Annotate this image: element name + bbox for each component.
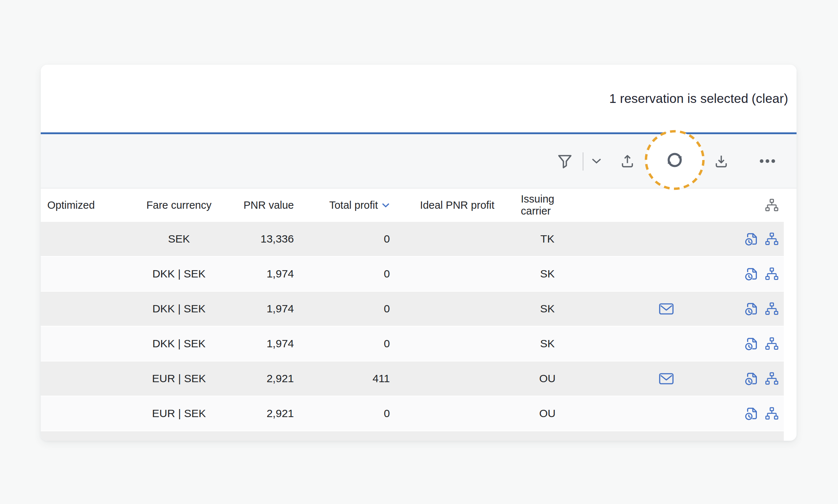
cell-issuing-carrier: TK <box>521 222 574 256</box>
table-row[interactable]: DKK | SEK 1,974 0 SK <box>41 292 784 327</box>
column-header-pnr-value[interactable]: PNR value <box>234 188 295 222</box>
cell-mail <box>574 257 743 291</box>
clear-selection-link[interactable]: (clear) <box>751 91 788 106</box>
cell-ideal-pnr-profit <box>394 327 521 361</box>
table-row[interactable]: EUR | SEK 2,921 411 OU <box>41 361 784 396</box>
partial-row <box>41 431 784 441</box>
mail-icon[interactable] <box>659 373 674 385</box>
cell-actions <box>743 396 784 431</box>
cell-actions <box>743 222 784 256</box>
cell-actions <box>743 361 784 396</box>
upload-icon[interactable] <box>619 153 636 169</box>
chevron-down-icon[interactable] <box>591 158 602 164</box>
reservations-table-card: 1 reservation is selected (clear) <box>41 65 797 441</box>
table-row[interactable]: EUR | SEK 2,921 0 OU <box>41 396 784 431</box>
cell-mail <box>574 361 743 396</box>
selection-bar: 1 reservation is selected (clear) <box>41 65 797 132</box>
cell-ideal-pnr-profit <box>394 396 521 431</box>
cell-issuing-carrier: SK <box>521 327 574 361</box>
cell-actions <box>743 327 784 361</box>
cell-total-profit: 0 <box>295 396 394 431</box>
column-header-ideal-pnr-profit[interactable]: Ideal PNR profit <box>394 188 521 222</box>
document-history-icon[interactable] <box>744 231 759 247</box>
cell-fare-currency: DKK | SEK <box>124 327 234 361</box>
cell-mail <box>574 327 743 361</box>
refresh-highlight-circle <box>644 129 705 191</box>
hierarchy-icon[interactable] <box>765 232 779 246</box>
cell-issuing-carrier: OU <box>521 361 574 396</box>
toolbar-divider <box>583 152 583 171</box>
cell-issuing-carrier: SK <box>521 257 574 291</box>
table-row[interactable]: SEK 13,336 0 TK <box>41 222 784 257</box>
cell-total-profit: 0 <box>295 222 394 256</box>
download-icon[interactable] <box>713 153 730 169</box>
hierarchy-icon[interactable] <box>765 302 779 316</box>
cell-optimized <box>41 327 124 361</box>
cell-pnr-value: 1,974 <box>234 292 295 326</box>
cell-ideal-pnr-profit <box>394 222 521 256</box>
cell-pnr-value: 2,921 <box>234 396 295 431</box>
cell-actions <box>743 257 784 291</box>
cell-pnr-value: 2,921 <box>234 361 295 396</box>
cell-total-profit: 0 <box>295 292 394 326</box>
cell-pnr-value: 13,336 <box>234 222 295 256</box>
refresh-icon[interactable] <box>664 149 685 171</box>
cell-fare-currency: DKK | SEK <box>124 257 234 291</box>
hierarchy-icon[interactable] <box>765 337 779 351</box>
cell-ideal-pnr-profit <box>394 361 521 396</box>
mail-icon[interactable] <box>659 303 674 315</box>
table-body: SEK 13,336 0 TK <box>41 222 797 431</box>
more-options-icon[interactable] <box>759 159 775 163</box>
cell-ideal-pnr-profit <box>394 257 521 291</box>
cell-fare-currency: EUR | SEK <box>124 361 234 396</box>
table-row[interactable]: DKK | SEK 1,974 0 SK <box>41 327 784 361</box>
cell-pnr-value: 1,974 <box>234 257 295 291</box>
column-header-fare-currency[interactable]: Fare currency <box>124 188 234 222</box>
cell-issuing-carrier: SK <box>521 292 574 326</box>
column-header-mail <box>574 188 743 222</box>
cell-pnr-value: 1,974 <box>234 327 295 361</box>
hierarchy-icon[interactable] <box>765 372 779 385</box>
cell-optimized <box>41 257 124 291</box>
cell-mail <box>574 396 743 431</box>
document-history-icon[interactable] <box>744 371 759 386</box>
table-header-row: Optimized Fare currency PNR value Total … <box>41 188 784 222</box>
selection-text: 1 reservation is selected <box>609 91 748 106</box>
cell-ideal-pnr-profit <box>394 292 521 326</box>
cell-total-profit: 0 <box>295 327 394 361</box>
filter-icon[interactable] <box>556 153 573 169</box>
cell-total-profit: 0 <box>295 257 394 291</box>
column-header-issuing-carrier[interactable]: Issuing carrier <box>521 188 574 222</box>
column-header-total-profit[interactable]: Total profit <box>295 188 394 222</box>
column-header-optimized[interactable]: Optimized <box>41 188 124 222</box>
cell-mail <box>574 222 743 256</box>
cell-fare-currency: SEK <box>124 222 234 256</box>
hierarchy-icon[interactable] <box>765 407 779 420</box>
document-history-icon[interactable] <box>744 266 759 281</box>
cell-actions <box>743 292 784 326</box>
cell-optimized <box>41 292 124 326</box>
table-toolbar <box>41 134 797 188</box>
cell-issuing-carrier: OU <box>521 396 574 431</box>
hierarchy-icon[interactable] <box>765 198 779 212</box>
cell-optimized <box>41 396 124 431</box>
document-history-icon[interactable] <box>744 336 759 351</box>
cell-optimized <box>41 361 124 396</box>
sort-chevron-down-icon <box>382 203 390 208</box>
document-history-icon[interactable] <box>744 406 759 421</box>
cell-optimized <box>41 222 124 256</box>
document-history-icon[interactable] <box>744 301 759 316</box>
table-row[interactable]: DKK | SEK 1,974 0 SK <box>41 257 784 292</box>
cell-fare-currency: EUR | SEK <box>124 396 234 431</box>
cell-total-profit: 411 <box>295 361 394 396</box>
column-header-actions <box>743 188 784 222</box>
app-background: { "selection_bar": { "text": "1 reservat… <box>0 0 838 504</box>
cell-mail <box>574 292 743 326</box>
hierarchy-icon[interactable] <box>765 267 779 281</box>
cell-fare-currency: DKK | SEK <box>124 292 234 326</box>
